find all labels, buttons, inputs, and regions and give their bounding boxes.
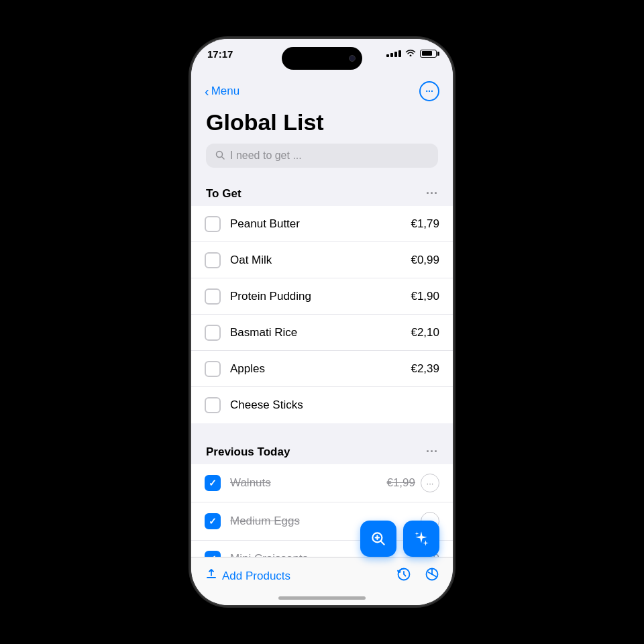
phone-screen: 17:17 (191, 39, 453, 605)
search-floating-button[interactable] (360, 521, 396, 557)
item-name-oat-milk: Oat Milk (230, 254, 405, 267)
status-time: 17:17 (207, 48, 233, 60)
search-placeholder: I need to get ... (230, 150, 302, 162)
nav-bar: ‹ Menu ··· (191, 78, 453, 107)
checkmark-icon: ✓ (209, 478, 217, 488)
page-title: Global List (191, 107, 453, 144)
to-get-list: Peanut Butter €1,79 Oat Milk €0,99 Prote… (191, 206, 453, 423)
checkbox-medium-eggs[interactable]: ✓ (205, 513, 221, 529)
to-get-more-button[interactable]: ··· (426, 186, 438, 201)
history-button[interactable] (396, 567, 411, 586)
bottom-right-icons (396, 567, 439, 586)
search-icon (215, 150, 225, 162)
item-name-peanut-butter: Peanut Butter (230, 217, 405, 231)
wifi-icon (405, 48, 416, 58)
svg-rect-2 (207, 577, 216, 578)
signal-icon (386, 50, 401, 57)
more-options-button[interactable]: ··· (419, 81, 439, 101)
item-options-walnuts[interactable]: ··· (421, 474, 439, 492)
checkmark-icon: ✓ (209, 516, 217, 527)
search-zoom-icon (370, 530, 387, 547)
chart-button[interactable] (425, 567, 439, 586)
section-gap (191, 423, 453, 437)
camera-dot (349, 55, 356, 62)
item-price-protein-pudding: €1,90 (411, 290, 439, 303)
item-name-protein-pudding: Protein Pudding (230, 290, 405, 303)
checkbox-cheese-sticks[interactable] (205, 397, 221, 413)
list-item: Oat Milk €0,99 (191, 242, 453, 278)
item-price-oat-milk: €0,99 (411, 254, 439, 267)
checkbox-oat-milk[interactable] (205, 252, 221, 268)
checkbox-apples[interactable] (205, 361, 221, 377)
status-icons (386, 48, 437, 58)
list-item: Apples €2,39 (191, 351, 453, 387)
list-item: Cheese Sticks (191, 387, 453, 423)
more-options-icon: ··· (425, 86, 433, 97)
search-container: I need to get ... (191, 144, 453, 178)
sparkles-icon (413, 530, 430, 547)
previous-today-section-header: Previous Today ··· (191, 437, 453, 464)
item-name-walnuts: Walnuts (230, 476, 381, 490)
battery-icon (420, 50, 437, 58)
item-price-apples: €2,39 (411, 362, 439, 376)
upload-icon (205, 568, 218, 584)
chevron-left-icon: ‹ (205, 85, 209, 98)
item-name-cheese-sticks: Cheese Sticks (230, 398, 434, 412)
add-products-button[interactable]: Add Products (205, 568, 290, 584)
checkbox-walnuts[interactable]: ✓ (205, 475, 221, 491)
home-indicator (278, 596, 366, 600)
svg-point-0 (217, 151, 223, 157)
checkbox-mini-croissants[interactable]: ✓ (205, 551, 221, 557)
main-content: To Get ··· Peanut Butter €1,79 Oat Milk … (191, 178, 453, 557)
checkbox-basmati-rice[interactable] (205, 325, 221, 341)
floating-buttons (360, 521, 439, 557)
to-get-section-header: To Get ··· (191, 178, 453, 206)
search-bar[interactable]: I need to get ... (206, 144, 438, 168)
item-name-basmati-rice: Basmati Rice (230, 326, 405, 339)
item-price-basmati-rice: €2,10 (411, 326, 439, 339)
item-name-apples: Apples (230, 362, 405, 376)
checkbox-protein-pudding[interactable] (205, 288, 221, 305)
dynamic-island (282, 47, 362, 70)
back-button[interactable]: ‹ Menu (205, 85, 239, 98)
list-item: Peanut Butter €1,79 (191, 206, 453, 242)
ai-floating-button[interactable] (403, 521, 439, 557)
list-item: ✓ Walnuts €1,99 ··· (191, 464, 453, 502)
back-label: Menu (211, 85, 240, 98)
phone-frame: 17:17 (191, 39, 453, 605)
to-get-title: To Get (206, 187, 241, 201)
add-products-label: Add Products (222, 570, 290, 583)
list-item: Basmati Rice €2,10 (191, 315, 453, 351)
list-item: Protein Pudding €1,90 (191, 278, 453, 315)
previous-today-more-button[interactable]: ··· (426, 445, 438, 459)
previous-today-title: Previous Today (206, 445, 290, 459)
item-price-peanut-butter: €1,79 (411, 217, 439, 231)
item-price-walnuts: €1,99 (386, 476, 415, 490)
checkbox-peanut-butter[interactable] (205, 216, 221, 232)
